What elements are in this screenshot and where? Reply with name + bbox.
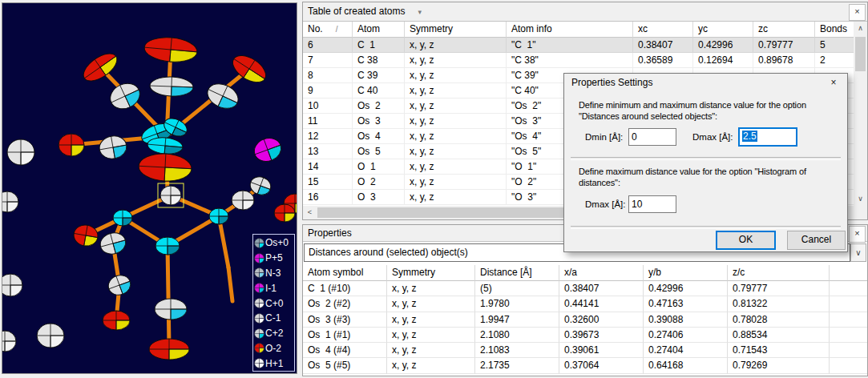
table-row[interactable]: 6C 1x, y, z"C 1"0.384070.429960.797775 [303,38,854,53]
column-header-symmetry[interactable]: Symmetry [387,265,475,281]
cell-5: 0.78028 [728,312,830,328]
cell-0: Os 4 (#4) [303,343,387,358]
cell-sym: x, y, z [405,68,507,83]
column-header-zc[interactable]: z/c [728,265,830,281]
cell-no: 9 [303,83,353,99]
scrollbar-corner [854,206,867,219]
cell-4: 0.39088 [644,312,728,328]
close-icon[interactable]: × [849,226,866,243]
cell-2: 1.9780 [475,296,559,312]
cell-no: 6 [303,38,353,53]
element-sphere-icon [254,343,264,353]
dmin-label: Dmin [Å]: [585,128,623,146]
table-row[interactable]: C 1 (#10)x, y, z(5)0.384070.429960.79777 [303,281,867,296]
column-header-xc[interactable]: xc [633,22,693,38]
cell-info: "C 38" [507,53,633,68]
column-header-atom-info[interactable]: Atom info [507,22,633,38]
cell-4: 0.47163 [644,296,728,312]
table-row[interactable]: Os 1 (#1)x, y, z2.10800.396730.274060.88… [303,328,867,343]
cell-sym: x, y, z [405,83,507,99]
cell-no: 12 [303,129,353,144]
cell-blank [830,281,867,296]
scrollbar-thumb[interactable] [855,37,866,71]
cell-sym: x, y, z [405,53,507,68]
legend-item: N-3 [254,266,294,281]
table-row[interactable]: Os 3 (#3)x, y, z1.99470.326000.390880.78… [303,312,867,328]
element-sphere-icon [254,267,264,278]
legend-item: C+0 [254,296,294,311]
column-header-atom[interactable]: Atom [353,22,405,38]
close-icon[interactable]: × [849,4,866,21]
column-header-bonds[interactable]: Bonds [815,22,854,38]
legend-label: C+2 [265,328,283,339]
sort-ascending-icon: / [336,25,338,34]
table-row[interactable]: Os 2 (#2)x, y, z1.97800.441410.471630.81… [303,296,867,312]
properties-settings-dialog: Properties Settings × Define minimum and… [563,73,848,252]
column-header-distance[interactable]: Distance [Å] [475,265,559,281]
panel-menu-icon[interactable]: ▾ [418,8,422,16]
column-header-yc[interactable]: yc [693,22,753,38]
legend-item: Os+0 [254,235,294,251]
column-header-no[interactable]: No./ [303,22,353,38]
cell-sym: x, y, z [405,129,507,144]
legend-label: H+1 [265,358,283,369]
column-header-yb[interactable]: y/b [644,265,728,281]
distances-table-header: Atom symbol Symmetry Distance [Å] x/a y/… [303,265,867,281]
dialog-title: Properties Settings [564,74,847,93]
dmax-input[interactable]: 2.5 [738,127,797,147]
column-header-zc[interactable]: zc [753,22,815,38]
cell-blank [830,343,867,358]
dmin-input[interactable]: 0 [628,128,676,146]
cell-3: 0.32600 [559,312,644,328]
cell-2: (5) [475,281,559,296]
scroll-up-icon[interactable]: ∧ [854,22,867,35]
atoms-panel-title: Table of created atoms [308,6,405,17]
ok-button[interactable]: OK [716,231,776,250]
table-row[interactable]: Os 4 (#4)x, y, z2.10830.390610.274040.71… [303,343,867,358]
chevron-down-icon[interactable]: ∨ [850,243,866,262]
cell-no: 11 [303,114,353,129]
cell-4: 0.27404 [644,343,728,358]
legend-item: I-1 [254,280,294,296]
cell-atom: C 39 [353,68,405,83]
cell-blank [830,328,867,343]
separator [571,226,841,229]
dialog-instruction-line1: Define minimum and maximum distance valu… [579,100,806,110]
cell-1: x, y, z [387,358,475,373]
cell-blank [830,312,867,328]
dmax-histogram-input[interactable]: 10 [628,195,676,213]
scroll-left-icon[interactable]: < [303,206,317,219]
cell-3: 0.39061 [559,343,644,358]
cell-3: 0.44141 [559,296,644,312]
cell-3: 0.37064 [559,358,644,373]
cell-1: x, y, z [387,312,475,328]
column-header-blank [830,265,867,281]
close-icon[interactable]: × [820,74,847,93]
cancel-button[interactable]: Cancel [787,231,846,250]
cell-info: "C 1" [507,38,633,53]
cell-sym: x, y, z [405,114,507,129]
cell-atom: O 2 [353,175,405,190]
cell-atom: O 1 [353,159,405,175]
column-header-atom-symbol[interactable]: Atom symbol [303,265,387,281]
element-sphere-icon [254,253,264,263]
properties-panel-title: Properties [308,227,352,239]
cell-atom: C 38 [353,53,405,68]
table-row[interactable]: 7C 38x, y, z"C 38"0.365890.126940.896782 [303,53,854,68]
cell-blank [830,358,867,373]
element-legend: Os+0P+5N-3I-1C+0C-1C+2O-2H+1 [252,234,295,372]
column-header-symmetry[interactable]: Symmetry [405,22,507,38]
dialog-instruction-line2: "Distances around selected objects": [579,111,717,121]
scroll-down-icon[interactable]: ∨ [854,192,867,206]
legend-label: C-1 [265,312,281,324]
dmax-histogram-label: Dmax [Å]: [585,195,625,213]
cell-1: x, y, z [387,296,475,312]
atoms-table-header: No./ Atom Symmetry Atom info xc yc zc Bo… [303,22,854,38]
legend-label: C+0 [265,298,283,309]
structure-view-panel[interactable]: Os+0P+5N-3I-1C+0C-1C+2O-2H+1 [2,2,297,374]
vertical-scrollbar[interactable]: ∧ ∨ [854,22,867,206]
column-header-xa[interactable]: x/a [559,265,644,281]
cell-1: x, y, z [387,328,475,343]
cell-4: 0.64168 [644,358,728,373]
table-row[interactable]: Os 5 (#5)x, y, z2.17350.370640.641680.79… [303,358,867,373]
